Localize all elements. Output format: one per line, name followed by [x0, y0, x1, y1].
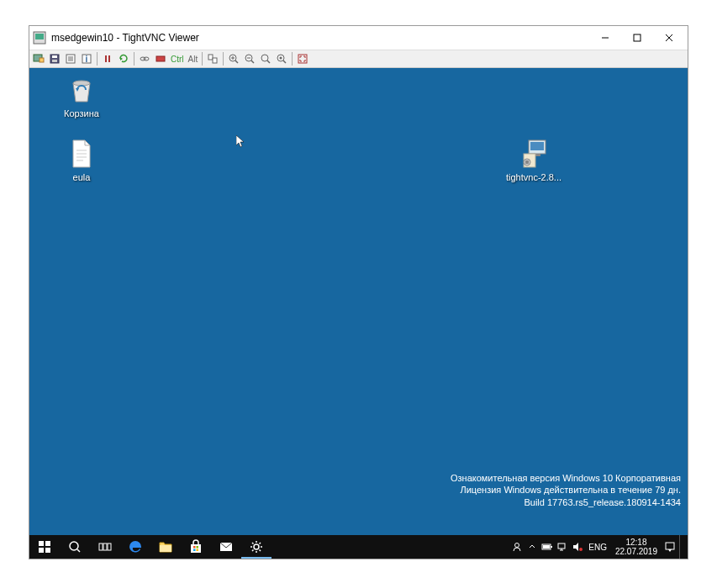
svg-rect-10: [52, 60, 57, 62]
edge-button[interactable]: [120, 535, 150, 559]
toolbar-separator: [134, 52, 134, 66]
svg-line-33: [267, 60, 270, 63]
svg-rect-3: [634, 34, 641, 41]
svg-point-75: [579, 548, 583, 551]
show-desktop-button[interactable]: [679, 535, 684, 559]
explorer-button[interactable]: [150, 535, 181, 559]
new-connection-icon[interactable]: [31, 51, 46, 66]
svg-rect-69: [551, 546, 552, 548]
svg-rect-62: [197, 546, 199, 549]
svg-rect-63: [193, 549, 196, 552]
titlebar: msedgewin10 - TightVNC Viewer: [29, 26, 688, 50]
toolbar-separator: [202, 52, 203, 66]
zoom-in-icon[interactable]: [226, 51, 241, 66]
svg-rect-60: [191, 544, 201, 553]
action-center-icon[interactable]: [662, 535, 677, 559]
watermark-line: Ознакомительная версия Windows 10 Корпор…: [451, 472, 681, 484]
refresh-icon[interactable]: [116, 51, 131, 66]
fullscreen-icon[interactable]: [295, 51, 310, 66]
battery-icon[interactable]: [540, 535, 555, 559]
svg-rect-71: [558, 543, 565, 549]
svg-rect-64: [197, 549, 199, 552]
maximize-button[interactable]: [629, 29, 646, 46]
svg-rect-9: [52, 55, 57, 58]
toolbar-separator: [292, 52, 293, 66]
network-icon[interactable]: [555, 535, 570, 559]
svg-rect-18: [108, 55, 110, 62]
ctrl-esc-icon[interactable]: [153, 51, 168, 66]
svg-line-55: [77, 549, 80, 552]
svg-rect-50: [39, 541, 44, 546]
desktop-icon-eula[interactable]: eula: [50, 137, 113, 182]
svg-rect-76: [666, 543, 674, 549]
people-icon[interactable]: [509, 535, 525, 559]
volume-icon[interactable]: [570, 535, 585, 559]
svg-rect-23: [208, 55, 213, 60]
toolbar-separator: [97, 52, 98, 66]
zoom-auto-icon[interactable]: [274, 51, 289, 66]
svg-line-26: [235, 60, 238, 63]
svg-point-54: [70, 542, 78, 550]
svg-point-66: [254, 544, 259, 549]
svg-rect-45: [530, 142, 544, 150]
info-icon[interactable]: i: [79, 51, 94, 66]
svg-rect-53: [45, 548, 50, 553]
transfer-icon[interactable]: [205, 51, 220, 66]
minimize-button[interactable]: [597, 29, 614, 46]
close-button[interactable]: [661, 29, 677, 46]
tray-chevron-icon[interactable]: [525, 535, 540, 559]
svg-marker-74: [573, 543, 578, 551]
svg-rect-56: [99, 543, 103, 550]
desktop-area[interactable]: Корзина eula tightvnc-2.8...: [29, 68, 688, 535]
watermark-line: Лицензия Windows действительна в течение…: [451, 484, 681, 496]
toolbar-separator: [223, 52, 224, 66]
app-icon: [33, 31, 46, 45]
installer-icon: [517, 137, 551, 171]
svg-rect-24: [213, 58, 217, 63]
svg-text:i: i: [86, 55, 88, 64]
alt-key-button[interactable]: Alt: [187, 55, 200, 64]
store-button[interactable]: [181, 535, 211, 559]
taskbar: ENG 12:18 22.07.2019: [29, 535, 688, 559]
ctrl-key-button[interactable]: Ctrl: [169, 55, 186, 64]
svg-point-67: [515, 543, 519, 548]
ctrl-alt-del-icon[interactable]: [137, 51, 152, 66]
svg-point-21: [144, 57, 149, 60]
document-icon: [65, 137, 98, 171]
svg-rect-52: [39, 548, 44, 553]
search-button[interactable]: [60, 535, 90, 559]
svg-rect-22: [156, 56, 165, 61]
options-icon[interactable]: [63, 51, 78, 66]
windows-watermark: Ознакомительная версия Windows 10 Корпор…: [451, 472, 681, 508]
watermark-line: Build 17763.rs5_release.180914-1434: [451, 496, 681, 508]
zoom-100-icon[interactable]: [258, 51, 273, 66]
svg-rect-1: [35, 34, 44, 39]
svg-line-35: [283, 60, 286, 63]
zoom-out-icon[interactable]: [242, 51, 257, 66]
clock[interactable]: 12:18 22.07.2019: [610, 538, 662, 556]
settings-button[interactable]: [241, 535, 272, 559]
start-button[interactable]: [29, 535, 60, 559]
desktop-icon-tightvnc[interactable]: tightvnc-2.8...: [502, 137, 566, 182]
recycle-bin-icon: [65, 73, 98, 107]
svg-point-36: [280, 57, 282, 60]
mail-button[interactable]: [211, 535, 241, 559]
clock-date: 22.07.2019: [615, 547, 657, 556]
svg-marker-19: [120, 57, 123, 60]
desktop-icon-recycle-bin[interactable]: Корзина: [50, 73, 113, 118]
remote-desktop-view[interactable]: Корзина eula tightvnc-2.8...: [29, 68, 688, 559]
toolbar: i Ctrl Alt: [29, 50, 688, 68]
save-icon[interactable]: [47, 51, 62, 66]
svg-point-32: [261, 55, 268, 61]
svg-line-30: [251, 60, 254, 63]
svg-marker-77: [668, 549, 672, 552]
svg-rect-58: [108, 543, 111, 550]
svg-rect-70: [543, 545, 550, 549]
language-indicator[interactable]: ENG: [585, 543, 610, 552]
svg-rect-17: [105, 55, 107, 62]
cursor-icon: [236, 135, 246, 152]
task-view-button[interactable]: [90, 535, 120, 559]
window-title: msedgewin10 - TightVNC Viewer: [51, 32, 597, 44]
clock-time: 12:18: [615, 538, 657, 547]
pause-icon[interactable]: [100, 51, 115, 66]
